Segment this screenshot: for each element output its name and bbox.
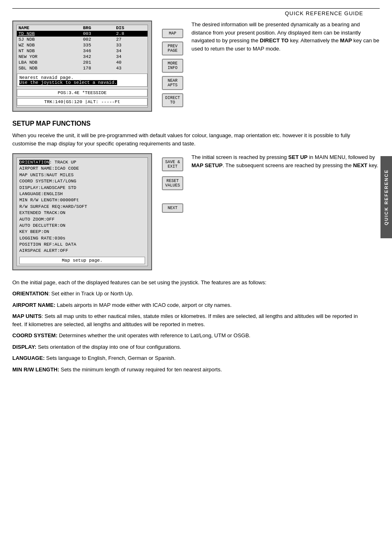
map-setup-footer: Map setup page. — [19, 257, 145, 264]
setup-desc-intro: On the initial page, each of the display… — [12, 279, 363, 287]
feature-orientation: ORIENTATION: Set either in Track Up or N… — [12, 290, 363, 298]
setup-screen-line: MIN R/W LENGTH:00000Ft — [19, 197, 145, 203]
setup-screen-line: KEY BEEP:ON — [19, 229, 145, 235]
setup-screen-line: ORIENTATION: TRACK UP — [19, 159, 145, 166]
feature-airport-name: AIRPORT NAME: Labels airports in MAP mod… — [12, 301, 363, 309]
setup-screen-line: LOGGING RATE:030s — [19, 235, 145, 242]
next-button[interactable]: NEXT — [162, 203, 183, 213]
header-divider — [12, 8, 380, 9]
setup-screen-line: AUTO ZOOM:OFF — [19, 216, 145, 223]
table-row: SJ NDB00227 — [17, 37, 148, 42]
screen-mockup-2: ORIENTATION: TRACK UPAIRPORT NAME:ICAO C… — [12, 153, 152, 270]
setup-screen: ORIENTATION: TRACK UPAIRPORT NAME:ICAO C… — [16, 157, 148, 266]
section-1: NAME BRG DIS TD NDB0032.8SJ NDB00227WZ N… — [12, 21, 380, 112]
col-header-dis: DIS — [114, 25, 148, 31]
table-row: TD NDB0032.8 — [17, 31, 148, 37]
nav-table: NAME BRG DIS TD NDB0032.8SJ NDB00227WZ N… — [17, 25, 148, 71]
page-title: QUICK REFERENCE GUIDE — [12, 10, 380, 16]
nearest-line2: Use the joystick to select a navaid. — [19, 80, 145, 85]
setup-heading: SETUP MAP FUNCTIONS — [12, 120, 380, 127]
setup-screen-line: R/W SURFACE REQ:HARD/SOFT — [19, 204, 145, 210]
features-description: On the initial page, each of the display… — [12, 279, 380, 374]
more-info-button[interactable]: MOREINFO — [162, 59, 183, 73]
feature-display: DISPLAY: Sets orientation of the display… — [12, 343, 363, 351]
nav-screen: NAME BRG DIS TD NDB0032.8SJ NDB00227WZ N… — [16, 25, 148, 108]
setup-screen-line: EXTENDED TRACK:ON — [19, 210, 145, 216]
buttons-col-1: MAP PREVPAGE MOREINFO NEARAPTS DIRECTTO — [162, 29, 183, 112]
setup-intro: When you receive the unit, it will be pr… — [12, 131, 380, 147]
feature-language: LANGUAGE: Sets language to English, Fren… — [12, 354, 363, 362]
setup-screen-line: AIRSPACE ALERT:OFF — [19, 248, 145, 254]
pos-line2: TRK:140|GS:120 |ALT: -----Ft — [17, 98, 148, 106]
table-row: NEW YOR34234 — [17, 54, 148, 60]
map-button[interactable]: MAP — [162, 29, 183, 38]
table-row: LBA NDB20140 — [17, 60, 148, 65]
table-row: WZ NDB33533 — [17, 42, 148, 48]
setup-screen-line: MAP UNITS:NAUT MILES — [19, 172, 145, 178]
reset-values-button[interactable]: RESETVALUES — [162, 176, 183, 190]
setup-screen-line: DISPLAY:LANDSCAPE STD — [19, 185, 145, 191]
direct-to-button[interactable]: DIRECTTO — [162, 93, 183, 107]
setup-screen-line: AUTO DECLUTTER:ON — [19, 223, 145, 229]
description-1: The desired information will be presente… — [191, 21, 380, 112]
prev-page-button[interactable]: PREVPAGE — [162, 41, 183, 55]
setup-screen-line: LANGUAGE:ENGLISH — [19, 191, 145, 197]
nearest-navaid-box: Nearest navaid page. Use the joystick to… — [17, 74, 148, 87]
side-tab-label: QUICK REFERENCE — [384, 169, 389, 225]
screen-mockup-1: NAME BRG DIS TD NDB0032.8SJ NDB00227WZ N… — [12, 21, 152, 112]
side-tab: QUICK REFERENCE — [380, 156, 392, 238]
feature-map-units: MAP UNITS: Sets all map units to ether n… — [12, 312, 363, 328]
col-header-brg: BRG — [81, 25, 115, 31]
section-2: ORIENTATION: TRACK UPAIRPORT NAME:ICAO C… — [12, 153, 380, 270]
setup-screen-line: AIRPORT NAME:ICAO CODE — [19, 166, 145, 172]
setup-screen-line: POSITION REF:ALL DATA — [19, 242, 145, 248]
near-apts-button[interactable]: NEARAPTS — [162, 76, 183, 90]
feature-coord-system: COORD SYSTEM: Determines whether the uni… — [12, 332, 363, 340]
table-row: NT NDB34634 — [17, 48, 148, 54]
nearest-line1: Nearest navaid page. — [19, 75, 145, 80]
col-header-name: NAME — [17, 25, 81, 31]
description-2: The initial screen is reached by pressin… — [191, 153, 380, 270]
buttons-col-2: SAVE &EXIT RESETVALUES NEXT — [162, 157, 183, 270]
save-exit-button[interactable]: SAVE &EXIT — [162, 157, 183, 171]
pos-line1: POS:3.4E *TEESSIDE — [17, 89, 148, 97]
setup-screen-line: COORD SYSTEM:LAT/LONG — [19, 178, 145, 184]
table-row: SBL NDB17843 — [17, 65, 148, 71]
feature-min-rw: MIN R/W LENGTH: Sets the minimum length … — [12, 366, 363, 374]
